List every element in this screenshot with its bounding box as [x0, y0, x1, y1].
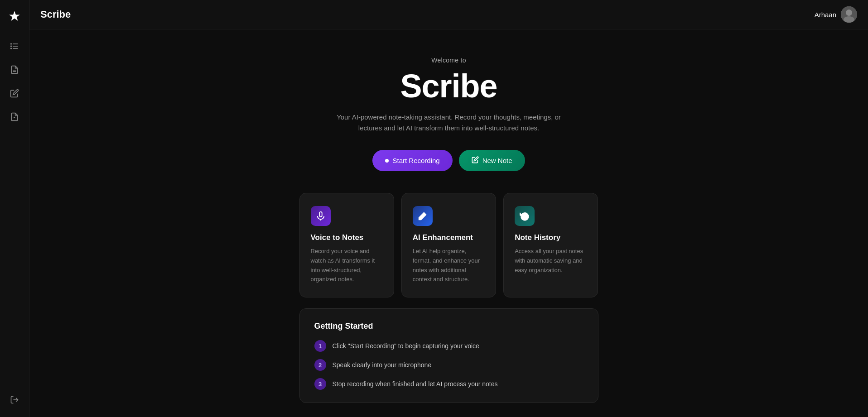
- step-2-text: Speak clearly into your microphone: [333, 361, 432, 369]
- getting-started-title: Getting Started: [314, 321, 583, 331]
- sidebar-item-notes-list[interactable]: [5, 36, 24, 56]
- svg-point-3: [11, 43, 12, 44]
- getting-started-card: Getting Started 1 Click "Start Recording…: [299, 308, 598, 403]
- header: Scribe Arhaan: [29, 0, 868, 29]
- voice-icon-container: [311, 206, 331, 226]
- ai-feature-desc: Let AI help organize, format, and enhanc…: [413, 247, 485, 284]
- microphone-icon: [316, 211, 326, 221]
- content-center: Welcome to Scribe Your AI-powered note-t…: [299, 57, 598, 403]
- main-title: Scribe: [400, 67, 497, 105]
- feature-card-voice: Voice to Notes Record your voice and wat…: [299, 193, 394, 297]
- avatar: [841, 6, 857, 23]
- step-3-number: 3: [314, 378, 326, 390]
- app-logo[interactable]: [5, 7, 24, 25]
- user-menu[interactable]: Arhaan: [815, 6, 857, 23]
- history-feature-title: Note History: [515, 233, 587, 242]
- sidebar-item-file-edit[interactable]: [5, 107, 24, 127]
- step-1: 1 Click "Start Recording" to begin captu…: [314, 340, 583, 352]
- feature-card-ai: AI Enhancement Let AI help organize, for…: [401, 193, 496, 297]
- new-note-label: New Note: [482, 157, 512, 164]
- step-2-number: 2: [314, 359, 326, 371]
- svg-point-10: [846, 10, 852, 16]
- ai-icon-container: [413, 206, 433, 226]
- svg-point-4: [11, 46, 12, 47]
- new-note-button[interactable]: New Note: [459, 150, 525, 171]
- wand-icon: [418, 211, 428, 221]
- sidebar-item-logout[interactable]: [5, 390, 24, 410]
- history-icon-container: [515, 206, 535, 226]
- voice-feature-title: Voice to Notes: [311, 233, 383, 242]
- step-3-text: Stop recording when finished and let AI …: [333, 380, 498, 388]
- sidebar-item-edit[interactable]: [5, 83, 24, 103]
- steps-list: 1 Click "Start Recording" to begin captu…: [314, 340, 583, 390]
- recording-dot: [385, 159, 389, 163]
- action-buttons: Start Recording New Note: [372, 150, 525, 171]
- feature-card-history: Note History Access all your past notes …: [503, 193, 598, 297]
- step-1-text: Click "Start Recording" to begin capturi…: [333, 342, 479, 350]
- subtitle: Your AI-powered note-taking assistant. R…: [331, 112, 567, 134]
- step-2: 2 Speak clearly into your microphone: [314, 359, 583, 371]
- start-recording-label: Start Recording: [392, 157, 439, 164]
- welcome-label: Welcome to: [431, 57, 466, 64]
- main-content: Welcome to Scribe Your AI-powered note-t…: [29, 29, 868, 417]
- new-note-icon: [472, 156, 479, 165]
- sidebar: [0, 0, 29, 417]
- app-container: Scribe Arhaan Welcome to Scribe Your AI-…: [29, 0, 868, 417]
- step-1-number: 1: [314, 340, 326, 352]
- start-recording-button[interactable]: Start Recording: [372, 150, 452, 171]
- svg-point-5: [11, 48, 12, 49]
- history-icon: [520, 211, 530, 221]
- step-3: 3 Stop recording when finished and let A…: [314, 378, 583, 390]
- user-name: Arhaan: [815, 11, 836, 19]
- header-title: Scribe: [40, 9, 71, 20]
- ai-feature-title: AI Enhancement: [413, 233, 485, 242]
- feature-cards: Voice to Notes Record your voice and wat…: [299, 193, 598, 297]
- history-feature-desc: Access all your past notes with automati…: [515, 247, 587, 275]
- voice-feature-desc: Record your voice and watch as AI transf…: [311, 247, 383, 284]
- sidebar-item-document[interactable]: [5, 60, 24, 80]
